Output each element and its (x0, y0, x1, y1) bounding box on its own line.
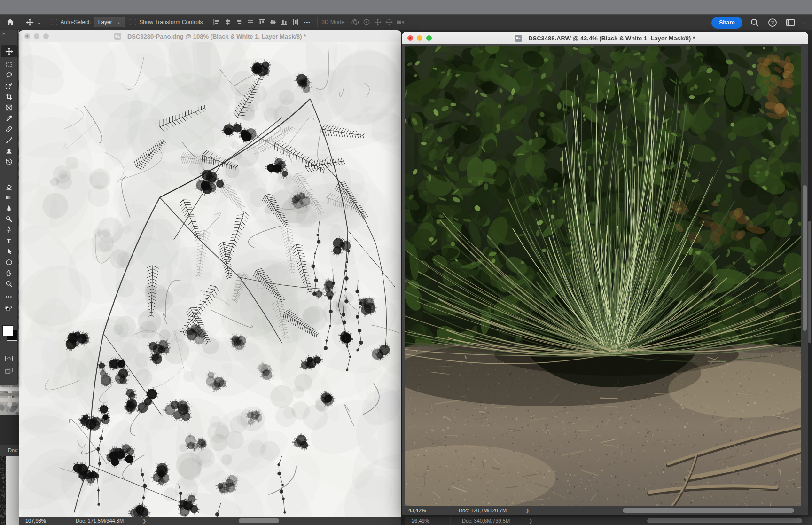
chevron-right-icon[interactable]: ❯ (525, 508, 529, 513)
workspace-switcher-icon[interactable] (785, 17, 796, 28)
ellipsis-icon: ••• (6, 294, 13, 299)
zoom-level-field[interactable]: 26,49% (405, 518, 450, 524)
status-bar: 43,42% Doc: 120,7M/120,7M ❯ (402, 506, 808, 515)
3d-pan-icon (372, 16, 383, 28)
tool-type[interactable]: T (1, 235, 17, 246)
chevron-right-icon[interactable]: ❯ (529, 518, 532, 524)
align-top-edges-button[interactable] (256, 16, 267, 28)
auto-select-control: Auto-Select: (51, 19, 91, 25)
tool-brush[interactable] (1, 135, 17, 145)
tool-rectangular-marquee[interactable] (1, 59, 17, 70)
caret-down-icon[interactable]: ⌄ (803, 20, 806, 25)
tool-path-selection[interactable] (1, 246, 17, 257)
distribute-vertical-centers-button[interactable] (290, 16, 301, 28)
search-icon[interactable] (749, 17, 760, 28)
3d-slide-icon (383, 16, 395, 28)
tool-shape-ellipse[interactable] (1, 257, 17, 267)
help-icon[interactable]: ? (767, 17, 778, 28)
tool-frame[interactable] (1, 102, 17, 113)
home-button[interactable] (5, 16, 16, 28)
align-left-edges-button[interactable] (211, 16, 222, 28)
default-swap-colors-control[interactable] (1, 303, 17, 313)
options-bar: ⌄ Auto-Select: Layer ⌄ Show Transform Co… (0, 14, 812, 30)
window-title: _DSC3280-Pano.dng @ 108% (Black & White … (124, 33, 306, 40)
window-controls (407, 35, 432, 41)
horizontal-scrollbar-thumb[interactable] (239, 518, 279, 523)
title-bar[interactable]: Ps _DSC3488.ARW @ 43,4% (Black & White 1… (402, 32, 808, 45)
vertical-scrollbar[interactable] (801, 44, 808, 506)
align-right-edges-button[interactable] (234, 16, 245, 28)
minimize-button[interactable] (417, 35, 422, 41)
tool-history-brush[interactable] (1, 157, 17, 167)
background-panel-sliver (6, 456, 19, 525)
distribute-horizontal-centers-button[interactable] (245, 16, 256, 28)
show-transform-label: Show Transform Controls (139, 19, 203, 25)
mode-3d-label: 3D Mode: (321, 19, 346, 25)
caret-down-icon: ⌄ (117, 20, 121, 24)
tool-clone-stamp[interactable] (1, 146, 17, 156)
scrollbar-thumb[interactable] (808, 221, 811, 343)
tool-palette: » T ••• (0, 30, 18, 385)
tool-pen[interactable] (1, 225, 17, 235)
tool-crop[interactable] (1, 92, 17, 102)
tool-eyedropper[interactable] (1, 113, 17, 124)
show-transform-control: Show Transform Controls (130, 19, 203, 25)
zoom-button[interactable] (43, 33, 49, 39)
tool-eraser[interactable] (1, 181, 17, 192)
horizontal-scrollbar-thumb[interactable] (647, 518, 802, 523)
share-button[interactable]: Share (711, 17, 742, 29)
tool-dodge[interactable] (1, 214, 17, 224)
doc-size-label: Doc: 120,7M/120,7M (447, 508, 518, 513)
status-bar: 107,98% Doc: 171,5M/344,3M ❯ (19, 517, 401, 525)
title-bar[interactable]: Ps _DSC3280-Pano.dng @ 108% (Black & Whi… (19, 30, 401, 43)
auto-select-target-dropdown[interactable]: Layer ⌄ (94, 17, 125, 27)
tool-hand[interactable] (1, 268, 17, 278)
horizontal-scrollbar-thumb[interactable] (623, 508, 794, 513)
3d-roll-icon (361, 16, 372, 28)
align-horizontal-centers-button[interactable] (222, 16, 234, 28)
more-align-options-button[interactable]: ••• (304, 19, 311, 25)
document-image-pano[interactable] (19, 42, 400, 517)
align-bottom-edges-button[interactable] (279, 16, 290, 28)
zoom-level-field[interactable]: 107,98% (19, 518, 64, 524)
3d-orbit-icon (350, 16, 361, 28)
background-thumbnail-strip[interactable] (0, 456, 6, 525)
tool-lasso[interactable] (1, 70, 17, 80)
window-controls (24, 33, 49, 39)
screen-mode-button[interactable] (1, 366, 17, 376)
type-glyph: T (7, 237, 11, 244)
doc-size-label: Doc: 340,6M/739,5M (451, 518, 521, 524)
auto-select-label: Auto-Select: (60, 19, 91, 25)
show-transform-checkbox[interactable] (130, 19, 136, 25)
foreground-color-swatch[interactable] (2, 325, 13, 336)
tool-zoom[interactable] (1, 279, 17, 289)
caret-down-icon[interactable]: ⌄ (37, 20, 41, 25)
quick-mask-mode-button[interactable] (1, 353, 17, 364)
tool-blur[interactable] (1, 203, 17, 213)
expand-panel-icon[interactable]: » (2, 31, 5, 36)
background-left-status-bar: Doc: (0, 445, 19, 456)
zoom-level-field[interactable]: 43,42% (402, 508, 447, 513)
tool-gradient[interactable] (1, 192, 17, 203)
tool-object-selection[interactable] (1, 81, 17, 91)
auto-select-checkbox[interactable] (51, 19, 57, 25)
edit-toolbar-button[interactable]: ••• (1, 291, 17, 302)
align-vertical-centers-button[interactable] (267, 16, 279, 28)
divider (47, 17, 47, 27)
tool-healing-brush[interactable] (1, 124, 17, 134)
close-button[interactable] (407, 35, 413, 41)
file-proxy-icon: Ps (515, 35, 522, 42)
chevron-right-icon[interactable]: ❯ (142, 518, 146, 524)
tool-move[interactable] (1, 45, 17, 57)
divider (20, 17, 20, 27)
divider (207, 17, 207, 27)
doc-size-label: Doc: 171,5M/344,3M (64, 518, 135, 524)
auto-select-target-value: Layer (98, 19, 112, 25)
zoom-button[interactable] (426, 35, 432, 41)
file-proxy-icon: Ps (114, 33, 121, 40)
minimize-button[interactable] (34, 33, 39, 39)
scrollbar-thumb[interactable] (803, 185, 807, 331)
document-image-arw[interactable] (405, 46, 801, 506)
move-tool-options-icon[interactable] (24, 16, 35, 28)
close-button[interactable] (24, 33, 30, 39)
